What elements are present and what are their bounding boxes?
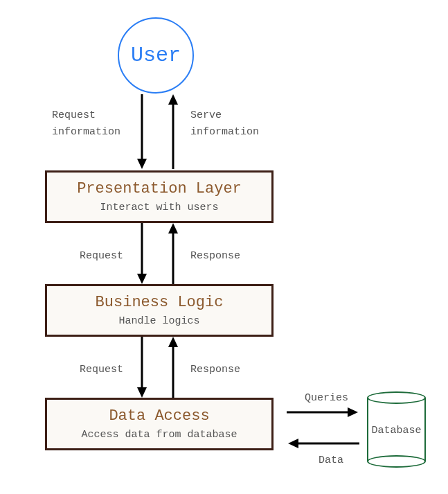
presentation-layer-title: Presentation Layer	[77, 180, 242, 197]
label-biz-data-request: Request	[80, 362, 123, 378]
data-access-title: Data Access	[109, 407, 209, 425]
svg-marker-11	[168, 337, 178, 347]
label-serve-information: Serve information	[190, 107, 259, 141]
label-request-information: Request information	[52, 107, 120, 141]
data-access-subtitle: Access data from database	[81, 429, 237, 441]
label-pres-biz-request: Request	[80, 248, 123, 265]
svg-marker-9	[137, 387, 147, 398]
database-label: Database	[367, 425, 426, 436]
label-biz-data-response: Response	[190, 362, 240, 378]
arrow-business-to-presentation	[166, 223, 180, 285]
svg-marker-15	[288, 439, 298, 448]
label-data: Data	[319, 452, 343, 469]
svg-marker-7	[168, 223, 178, 233]
svg-marker-3	[168, 94, 178, 105]
data-access-box: Data Access Access data from database	[45, 398, 274, 450]
arrow-presentation-to-user	[166, 94, 180, 170]
database-node: Database	[367, 391, 426, 468]
user-node: User	[118, 17, 194, 94]
arrow-user-to-presentation	[135, 94, 149, 170]
arrow-data-to-db	[287, 405, 359, 419]
label-queries: Queries	[305, 390, 348, 407]
presentation-layer-subtitle: Interact with users	[100, 202, 218, 213]
business-logic-box: Business Logic Handle logics	[45, 284, 274, 337]
svg-marker-5	[137, 274, 147, 284]
database-cylinder-top	[367, 391, 426, 404]
database-cylinder-bottom	[367, 455, 426, 468]
svg-marker-1	[137, 159, 147, 169]
business-logic-title: Business Logic	[96, 294, 224, 311]
label-pres-biz-response: Response	[190, 248, 240, 265]
user-label: User	[131, 44, 181, 67]
arrow-db-to-data	[287, 436, 359, 450]
arrow-data-to-business	[166, 337, 180, 399]
svg-marker-13	[348, 407, 358, 417]
arrow-presentation-to-business	[135, 223, 149, 285]
presentation-layer-box: Presentation Layer Interact with users	[45, 170, 274, 223]
arrow-business-to-data	[135, 337, 149, 399]
business-logic-subtitle: Handle logics	[118, 315, 199, 327]
